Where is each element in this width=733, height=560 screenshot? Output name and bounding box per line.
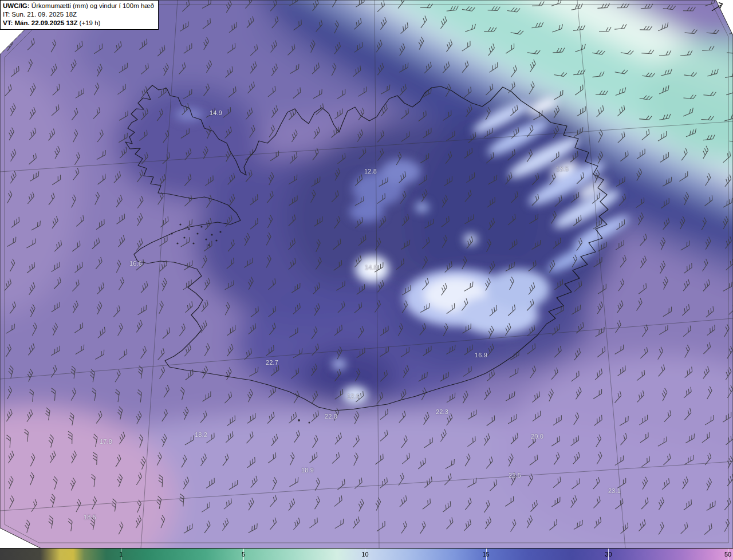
product-title: Úrkomumætti (mm) og vindur í 100m hæð — [30, 2, 154, 9]
colorbar-tick-label: 1 — [119, 551, 123, 558]
weather-map-page: 14.912.813.516.614.822.716.912.622.022.3… — [0, 0, 733, 560]
map-title-box: UWC/IG: Úrkomumætti (mm) og vindur í 100… — [0, 0, 159, 30]
colorbar-tick-label: 50 — [724, 551, 731, 558]
title-line-product: UWC/IG: Úrkomumætti (mm) og vindur í 100… — [3, 2, 154, 10]
lead-time: (+19 h) — [77, 19, 100, 26]
corner-wind-barb-icon — [710, 1, 725, 13]
colorbar-tick-label: 15 — [483, 551, 490, 558]
colorbar-tick-label: 30 — [605, 551, 612, 558]
colorbar-tick-label: 5 — [242, 551, 245, 558]
model-name: UWC/IG: — [3, 2, 30, 9]
colorbar-tick-label: 10 — [361, 551, 368, 558]
valid-time: VT: Mán. 22.09.2025 13Z — [3, 19, 77, 26]
weather-field-svg — [0, 0, 733, 549]
colorbar: 1510153050 — [0, 548, 733, 560]
title-line-valid: VT: Mán. 22.09.2025 13Z (+19 h) — [3, 19, 154, 27]
title-line-init: IT: Sun. 21. 09. 2025 18Z — [3, 10, 154, 19]
